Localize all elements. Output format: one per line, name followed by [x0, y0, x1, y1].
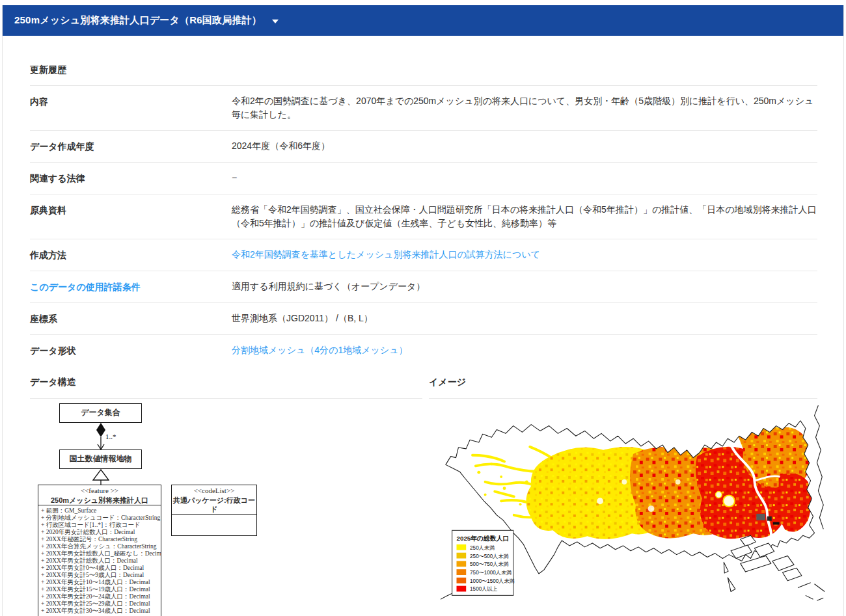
table-row-creation-method: 作成方法 令和2年国勢調査を基準としたメッシュ別将来推計人口の試算方法について: [30, 239, 817, 271]
density-east-red: [778, 474, 812, 532]
codelist-empty-compartment: [172, 514, 256, 535]
population-map-image[interactable]: 2025年の総数人口 250人未満 250〜500人未満 500〜750人未満 …: [441, 405, 831, 615]
legend-swatch: [457, 544, 467, 550]
image-heading: イメージ: [429, 366, 817, 399]
row-value: 適用する利用規約に基づく（オープンデータ）: [232, 280, 817, 293]
attribute-line: + 20XX年男女計20〜24歳人口：Decimal: [41, 593, 158, 600]
creation-method-link[interactable]: 令和2年国勢調査を基準としたメッシュ別将来推計人口の試算方法について: [232, 249, 540, 260]
row-value: 世界測地系（JGD2011） /（B, L）: [232, 312, 817, 325]
legend-swatch: [457, 569, 467, 575]
legend-label: 250人未満: [470, 545, 495, 551]
uml-dataset-box: データ集合: [59, 403, 142, 423]
uml-parent-label: 国土数値情報地物: [60, 450, 141, 468]
attribute-line: + 20XX年男女計総数人口_秘匿なし：Decimal: [41, 550, 158, 557]
uml-dataset-label: データ集合: [60, 404, 141, 422]
table-row-coordinate-system: 座標系 世界測地系（JGD2011） /（B, L）: [30, 303, 817, 335]
data-structure-heading: データ構造: [30, 366, 422, 399]
table-row-creation-year: データ作成年度 2024年度（令和6年度）: [30, 131, 817, 163]
map-legend: 2025年の総数人口 250人未満 250〜500人未満 500〜750人未満 …: [452, 530, 515, 595]
row-label: 関連する法律: [30, 171, 232, 185]
attribute-line: + 分割地域メッシュコード：CharacterString: [41, 515, 158, 522]
feature-attribute-list: + 範囲：GM_Surface+ 分割地域メッシュコード：CharacterSt…: [38, 505, 161, 616]
row-value: 2024年度（令和6年度）: [232, 139, 817, 153]
page-title: 250mメッシュ別将来推計人口データ（R6国政局推計）: [14, 14, 262, 27]
attribute-line: + 20XX年男女計30〜34歳人口：Decimal: [41, 608, 158, 615]
codelist-name: 共通パッケージ:行政コード: [172, 496, 256, 514]
row-label: 作成方法: [30, 248, 232, 262]
uml-feature-box: <<feature >> 250mメッシュ別将来推計人口 + 範囲：GM_Sur…: [38, 485, 161, 616]
legend-swatch: [457, 561, 467, 567]
codelist-stereotype: <<codeList>>: [172, 485, 256, 496]
uml-parent-box: 国土数値情報地物: [59, 449, 142, 469]
multiplicity-label: 1..*: [105, 433, 116, 440]
bay-islands: [724, 535, 802, 591]
data-shape-link[interactable]: 分割地域メッシュ（4分の1地域メッシュ）: [232, 345, 408, 355]
attribute-line: + 行政区域コード[1..*]：行政コード: [41, 522, 158, 529]
feature-name: 250mメッシュ別将来推計人口: [38, 496, 161, 505]
row-label: 原典資料: [30, 203, 232, 217]
row-label: 座標系: [30, 312, 232, 326]
row-value: 総務省「令和2年国勢調査」、国立社会保障・人口問題研究所「日本の将来推計人口（令…: [232, 203, 817, 230]
table-row-source-material: 原典資料 総務省「令和2年国勢調査」、国立社会保障・人口問題研究所「日本の将来推…: [30, 194, 817, 239]
attribute-line: + 20XX年男女計25〜29歳人口：Decimal: [41, 600, 158, 608]
attribute-line: + 20XX年男女計5〜9歳人口：Decimal: [41, 572, 158, 579]
legend-label: 1000〜1500人未満: [470, 578, 515, 584]
row-value: −: [232, 171, 817, 185]
table-row-license: このデータの使用許諾条件 適用する利用規約に基づく（オープンデータ）: [30, 271, 817, 303]
row-label: データ形状: [30, 343, 232, 358]
attribute-line: + 20XX年合算先メッシュ：CharacterString: [41, 543, 158, 550]
attribute-line: + 20XX年男女計10〜14歳人口：Decimal: [41, 579, 158, 586]
legend-label: 250〜500人未満: [470, 554, 509, 559]
attribute-line: + 20XX年男女計15〜19歳人口：Decimal: [41, 586, 158, 593]
chevron-down-icon: [272, 20, 279, 23]
population-mesh-layer: [472, 425, 812, 539]
attribute-line: + 範囲：GM_Surface: [41, 507, 158, 515]
legend-label: 750〜1000人未満: [470, 570, 512, 576]
row-label: 内容: [30, 94, 232, 109]
legend-title: 2025年の総数人口: [457, 535, 510, 542]
generalization-connector: [92, 469, 109, 485]
dataset-card: 250mメッシュ別将来推計人口データ（R6国政局推計） 更新履歴 内容 令和2年…: [2, 5, 844, 616]
legend-label: 1500人以上: [470, 587, 497, 593]
legend-swatch: [457, 586, 467, 592]
row-value: 令和2年の国勢調査に基づき、2070年までの250mメッシュ別の将来人口について…: [232, 94, 817, 122]
metadata-table: 更新履歴 内容 令和2年の国勢調査に基づき、2070年までの250mメッシュ別の…: [3, 36, 843, 366]
row-label: データ作成年度: [30, 139, 232, 154]
uml-diagram: データ集合 1..* 国土数値情報地物: [30, 399, 422, 616]
attribute-line: + 2020年男女計総数人口：Decimal: [41, 529, 158, 536]
table-row-data-shape: データ形状 分割地域メッシュ（4分の1地域メッシュ）: [30, 335, 817, 366]
image-cell: イメージ: [429, 366, 817, 616]
legend-swatch: [457, 578, 467, 583]
table-row-content: 内容 令和2年の国勢調査に基づき、2070年までの250mメッシュ別の将来人口に…: [30, 86, 817, 131]
uml-codelist-box: <<codeList>> 共通パッケージ:行政コード: [171, 485, 257, 536]
table-row-related-laws: 関連する法律 −: [30, 163, 817, 194]
legend-label: 500〜750人未満: [470, 561, 509, 567]
license-terms-link[interactable]: このデータの使用許諾条件: [30, 282, 141, 292]
legend-swatch: [457, 553, 467, 559]
table-row-update-history: 更新履歴: [30, 54, 817, 86]
dataset-accordion-header[interactable]: 250mメッシュ別将来推計人口データ（R6国政局推計）: [3, 5, 843, 36]
row-label: 更新履歴: [30, 62, 232, 77]
attribute-line: + 20XX年男女計0〜4歳人口：Decimal: [41, 565, 158, 572]
data-structure-cell: データ構造 データ集合 1..* 国土数値情報地物: [30, 366, 422, 616]
attribute-line: + 20XX年男女計総数人口：Decimal: [41, 557, 158, 565]
feature-stereotype: <<feature >>: [38, 485, 161, 496]
attribute-line: + 20XX年秘匿記号：CharacterString: [41, 536, 158, 543]
